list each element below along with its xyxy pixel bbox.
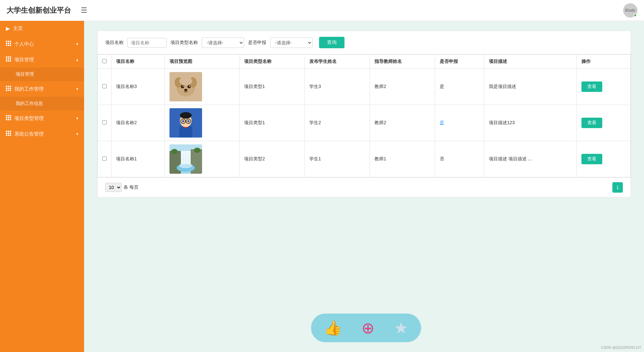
svg-point-51 [183,86,183,87]
row2-project-type: 项目类型1 [239,105,304,141]
svg-rect-44 [10,135,11,136]
avatar[interactable]: 80a8c [623,3,637,18]
page-1-button[interactable]: 1 [612,182,623,193]
row2-is-report-link[interactable]: 是 [440,120,444,125]
th-preview: 项目预览图 [165,55,240,69]
row2-checkbox[interactable] [102,120,107,125]
menu-icon[interactable]: ☰ [81,6,87,15]
row3-checkbox-cell [98,141,111,177]
svg-rect-27 [6,115,7,116]
row2-preview-img [169,108,202,138]
svg-point-53 [184,89,187,91]
app-title: 大学生创新创业平台 [7,6,71,15]
sidebar-subitem-work-info[interactable]: 我的工作信息 [0,97,84,110]
sidebar-subitem-project-mgmt[interactable]: 项目管理 [0,67,84,81]
page-size-wrap: 10 20 50 条 每页 [105,183,139,192]
row1-teacher-name: 教师2 [370,69,435,105]
row1-preview-img [169,72,202,101]
row3-teacher-name: 教师1 [370,141,435,177]
row2-description: 项目描述123 [484,105,577,141]
svg-rect-33 [6,119,7,120]
row3-preview-img [169,144,202,174]
table-header-row: 项目名称 项目预览图 项目类型名称 发布学生姓名 指导教师姓名 是否申报 项目描… [98,55,631,69]
project-type-select[interactable]: -请选择- 项目类型1 项目类型2 [202,37,244,48]
svg-point-73 [171,149,178,154]
project-name-input[interactable] [127,38,167,48]
row1-preview [165,69,240,105]
svg-point-50 [187,85,191,88]
svg-rect-30 [6,117,7,118]
svg-rect-17 [10,60,11,62]
online-indicator [634,14,637,17]
sidebar-item-project-mgmt[interactable]: 项目管理 ▴ [0,52,84,67]
system-notice-mgmt-icon [6,131,11,137]
row2-student-name: 学生2 [305,105,370,141]
row1-checkbox-cell [98,69,111,105]
row2-view-button[interactable]: 查看 [581,118,602,128]
svg-rect-37 [8,131,9,132]
like-icon[interactable]: 👍 [324,319,342,336]
svg-rect-7 [8,45,9,46]
sidebar-item-personal[interactable]: 个人中心 ▾ [0,36,84,52]
svg-rect-26 [10,90,11,91]
personal-arrow: ▾ [76,42,78,46]
svg-rect-31 [8,117,9,118]
is-report-select[interactable]: -请选择- 是 否 [270,37,313,48]
row3-action: 查看 [577,141,631,177]
sidebar-item-project-type-mgmt-label: 项目类型管理 [14,115,44,122]
svg-rect-11 [10,56,11,58]
svg-rect-13 [8,58,9,60]
personal-icon [6,41,11,47]
svg-point-65 [187,120,189,122]
svg-rect-39 [6,133,7,134]
work-mgmt-arrow: ▾ [76,87,78,91]
row1-checkbox[interactable] [102,84,107,88]
svg-rect-3 [6,43,7,44]
row2-project-name: 项目名称2 [111,105,165,141]
svg-rect-15 [6,60,7,62]
main-content: 项目名称 项目类型名称 -请选择- 项目类型1 项目类型2 是否申报 -请选择-… [84,21,644,352]
svg-point-60 [180,112,192,119]
sidebar-item-work-mgmt[interactable]: 我的工作管理 ▾ [0,81,84,97]
sidebar-item-home[interactable]: ▶ 主页 [0,21,84,36]
svg-rect-41 [10,133,11,134]
sidebar-item-system-notice-mgmt[interactable]: 系统公告管理 ▾ [0,126,84,142]
project-type-mgmt-icon [6,115,11,122]
row3-project-name: 项目名称1 [111,141,165,177]
row3-preview [165,141,240,177]
th-is-report: 是否申报 [435,55,484,69]
pagination-pages: 1 [612,182,623,193]
svg-point-52 [189,86,190,87]
svg-rect-2 [10,41,11,42]
query-button[interactable]: 查询 [319,37,344,48]
th-teacher-name: 指导教师姓名 [370,55,435,69]
select-all-checkbox[interactable] [102,59,107,63]
sidebar-item-project-type-mgmt[interactable]: 项目类型管理 ▾ [0,110,84,126]
star-icon[interactable]: ★ [394,319,408,337]
share-icon[interactable]: ⊕ [361,319,374,337]
project-type-mgmt-arrow: ▾ [76,116,78,121]
svg-rect-43 [8,135,9,136]
svg-rect-1 [8,41,9,42]
sidebar-item-project-mgmt-label: 项目管理 [14,57,34,63]
filter-bar: 项目名称 项目类型名称 -请选择- 项目类型1 项目类型2 是否申报 -请选择-… [97,31,631,54]
project-table: 项目名称 项目预览图 项目类型名称 发布学生姓名 指导教师姓名 是否申报 项目描… [97,54,631,177]
row3-view-button[interactable]: 查看 [581,154,602,164]
sidebar-item-home-label: 主页 [13,25,23,32]
bottom-float-bar: 👍 ⊕ ★ [311,314,421,342]
table-row: 项目名称2 [98,105,631,141]
row3-checkbox[interactable] [102,156,107,161]
row1-action: 查看 [577,69,631,105]
sidebar-item-system-notice-mgmt-label: 系统公告管理 [14,131,44,137]
svg-rect-34 [8,119,9,120]
row2-preview [165,105,240,141]
is-report-label: 是否申报 [248,40,266,46]
row1-view-button[interactable]: 查看 [581,81,602,92]
svg-rect-28 [8,115,9,116]
watermark: CSDN @QQ3295391197 [601,345,641,349]
svg-rect-14 [10,58,11,60]
svg-rect-21 [6,88,7,89]
page-size-select[interactable]: 10 20 50 [105,183,122,192]
project-mgmt-icon [6,56,11,63]
project-type-label: 项目类型名称 [170,40,198,46]
